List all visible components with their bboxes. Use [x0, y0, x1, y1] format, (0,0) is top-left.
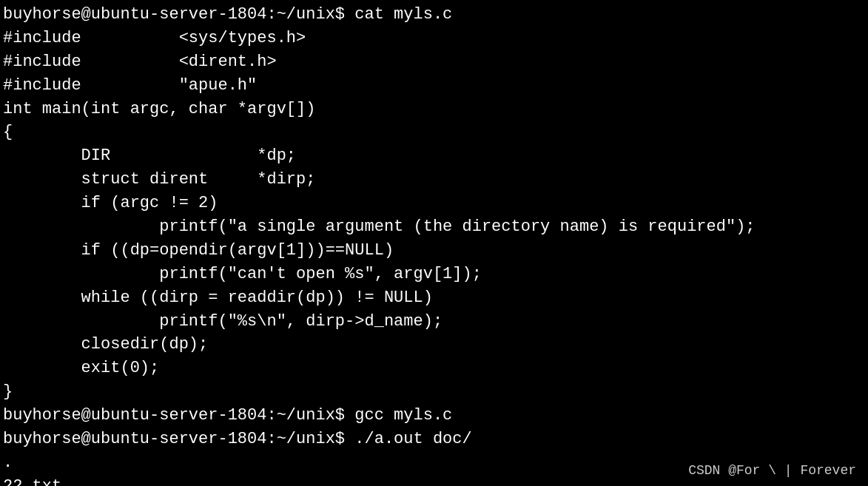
- terminal-line: if ((dp=opendir(argv[1]))==NULL): [3, 239, 868, 263]
- terminal-line: exit(0);: [3, 357, 868, 380]
- terminal-line: #include <dirent.h>: [3, 50, 868, 74]
- terminal-line: #include <sys/types.h>: [3, 27, 868, 50]
- terminal-line: buyhorse@ubuntu-server-1804:~/unix$ ./a.…: [3, 428, 868, 451]
- terminal-line: printf("a single argument (the directory…: [3, 215, 868, 239]
- terminal-line: buyhorse@ubuntu-server-1804:~/unix$ gcc …: [3, 404, 868, 428]
- terminal-output: buyhorse@ubuntu-server-1804:~/unix$ cat …: [3, 3, 868, 486]
- terminal-window: buyhorse@ubuntu-server-1804:~/unix$ cat …: [0, 0, 868, 486]
- terminal-line: int main(int argc, char *argv[]): [3, 98, 868, 121]
- terminal-line: buyhorse@ubuntu-server-1804:~/unix$ cat …: [3, 3, 868, 27]
- terminal-line: #include "apue.h": [3, 74, 868, 98]
- terminal-line: DIR *dp;: [3, 144, 868, 168]
- terminal-line: closedir(dp);: [3, 333, 868, 357]
- terminal-line: {: [3, 121, 868, 144]
- terminal-line: printf("can't open %s", argv[1]);: [3, 263, 868, 286]
- terminal-line: struct dirent *dirp;: [3, 168, 868, 192]
- terminal-line: if (argc != 2): [3, 192, 868, 215]
- terminal-line: printf("%s\n", dirp->d_name);: [3, 310, 868, 334]
- terminal-line: while ((dirp = readdir(dp)) != NULL): [3, 286, 868, 310]
- watermark: CSDN @For \ | Forever: [688, 461, 856, 480]
- terminal-line: }: [3, 380, 868, 404]
